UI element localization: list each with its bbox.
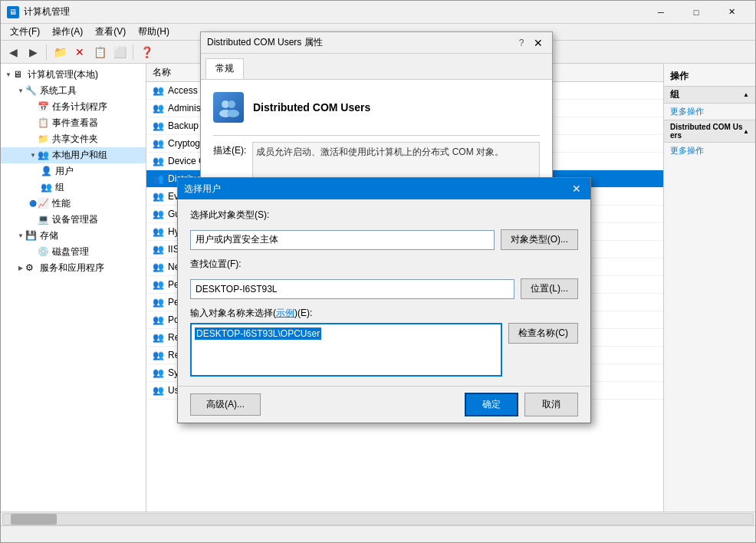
toolbar-copy[interactable]: 📋 xyxy=(90,43,109,61)
app-icon: 🖥 xyxy=(7,6,19,18)
menu-file[interactable]: 文件(F) xyxy=(4,24,46,40)
properties-title-controls: ? ✕ xyxy=(514,35,546,51)
select-user-title-bar: 选择用户 ✕ xyxy=(178,178,590,199)
close-button[interactable]: ✕ xyxy=(714,1,749,24)
location-row: 查找位置(F): xyxy=(190,258,578,271)
properties-tabs: 常规 xyxy=(201,54,552,80)
toolbar-forward[interactable]: ▶ xyxy=(24,43,42,61)
menu-help[interactable]: 帮助(H) xyxy=(132,24,176,40)
object-type-field[interactable] xyxy=(190,230,495,250)
toolbar-help[interactable]: ❓ xyxy=(137,43,156,61)
expand-devmgr[interactable] xyxy=(28,216,38,225)
select-user-close-btn[interactable]: ✕ xyxy=(569,181,584,196)
desc-value: 成员允许启动、激活和使用此计算机上的分布式 COM 对象。 xyxy=(252,142,540,180)
right-section-dist-label: Distributed COM Users xyxy=(670,123,743,140)
location-field[interactable] xyxy=(190,279,514,299)
tree-item-tasks[interactable]: 📅 任务计划程序 xyxy=(1,99,146,115)
expand-tasks[interactable] xyxy=(28,103,38,112)
tree-label-tasks: 任务计划程序 xyxy=(52,100,107,114)
maximize-button[interactable]: □ xyxy=(679,1,714,24)
right-action-more1[interactable]: 更多操作 xyxy=(664,104,755,120)
expand-services[interactable] xyxy=(16,264,25,273)
tree-icon-performance: 📈 xyxy=(38,198,50,210)
desc-label: 描述(E): xyxy=(213,142,246,157)
expand-systools[interactable] xyxy=(16,87,25,96)
row-icon: 👥 xyxy=(150,137,165,150)
select-user-content: 选择此对象类型(S): 对象类型(O)... 查找位置(F): 位置(L)...… xyxy=(178,199,590,386)
expand-perf[interactable]: 🔵 xyxy=(28,199,38,209)
expand-events[interactable] xyxy=(28,119,38,128)
row-icon: 👥 xyxy=(150,295,165,309)
expand-shared[interactable] xyxy=(28,135,38,144)
enter-input-row: DESKTOP-I6ST93L\OPCUser 检查名称(C) xyxy=(190,323,578,377)
properties-title-bar: Distributed COM Users 属性 ? ✕ xyxy=(201,32,552,54)
advanced-btn[interactable]: 高级(A)... xyxy=(190,393,261,416)
horizontal-scrollbar[interactable] xyxy=(1,512,755,525)
scroll-thumb-h[interactable] xyxy=(11,514,57,525)
row-name: Adminis xyxy=(165,101,204,115)
minimize-button[interactable]: ─ xyxy=(643,1,679,24)
svg-point-1 xyxy=(228,100,235,108)
expand-storage[interactable] xyxy=(16,232,25,241)
footer-right-btns: 确定 取消 xyxy=(465,393,578,416)
row-icon: 👥 xyxy=(150,331,165,344)
row-icon: 👥 xyxy=(150,225,165,239)
tree-item-users[interactable]: 👤 用户 xyxy=(1,163,146,179)
tree-label-shared: 共享文件夹 xyxy=(52,133,98,146)
confirm-btn[interactable]: 确定 xyxy=(465,393,518,416)
enter-input-value: DESKTOP-I6ST93L\OPCUser xyxy=(195,327,321,340)
tree-item-storage[interactable]: 💾 存储 xyxy=(1,228,146,244)
su-cancel-btn[interactable]: 取消 xyxy=(524,393,578,416)
example-link[interactable]: 示例 xyxy=(276,308,294,318)
tree-label-diskmgmt: 磁盘管理 xyxy=(52,245,89,258)
expand-localusers[interactable] xyxy=(28,151,38,160)
title-bar-left: 🖥 计算机管理 xyxy=(7,5,70,18)
tree-item-localusers[interactable]: 👥 本地用户和组 xyxy=(1,147,146,163)
row-icon: 👥 xyxy=(150,84,165,97)
expand-diskmgmt[interactable] xyxy=(28,248,38,257)
row-icon: 👥 xyxy=(150,154,165,168)
tab-general[interactable]: 常规 xyxy=(205,58,244,79)
tree-item-devmgr[interactable]: 💻 设备管理器 xyxy=(1,212,146,228)
tree-icon-shared: 📁 xyxy=(38,133,50,146)
enter-label: 输入对象名称来选择(示例)(E): xyxy=(190,307,312,320)
expand-root[interactable] xyxy=(4,71,13,80)
properties-help-btn[interactable]: ? xyxy=(514,35,529,51)
tree-item-systools[interactable]: 🔧 系统工具 xyxy=(1,83,146,99)
tree-item-events[interactable]: 📋 事件查看器 xyxy=(1,115,146,131)
row-icon: 👥 xyxy=(150,207,165,221)
right-section-dist-arrow-icon: ▲ xyxy=(743,128,749,135)
tree-label-devmgr: 设备管理器 xyxy=(52,213,98,226)
object-type-btn[interactable]: 对象类型(O)... xyxy=(501,229,578,250)
properties-close-btn[interactable]: ✕ xyxy=(531,35,546,51)
tree-label-localusers: 本地用户和组 xyxy=(52,149,107,162)
toolbar-folder[interactable]: 📁 xyxy=(51,43,69,61)
left-panel[interactable]: 🖥 计算机管理(本地) 🔧 系统工具 📅 任务计划程序 📋 xyxy=(1,64,146,512)
row-icon: 👥 xyxy=(150,172,165,186)
tree-label-services: 服务和应用程序 xyxy=(40,262,104,275)
check-name-btn[interactable]: 检查名称(C) xyxy=(508,323,578,344)
enter-input-area[interactable]: DESKTOP-I6ST93L\OPCUser xyxy=(190,323,502,377)
right-action-more2[interactable]: 更多操作 xyxy=(664,143,755,159)
tree-item-services[interactable]: ⚙ 服务和应用程序 xyxy=(1,260,146,276)
tree-item-shared[interactable]: 📁 共享文件夹 xyxy=(1,131,146,147)
tree-item-diskmgmt[interactable]: 💿 磁盘管理 xyxy=(1,244,146,260)
toolbar-back[interactable]: ◀ xyxy=(4,43,22,61)
tree-icon-systools: 🔧 xyxy=(25,85,38,97)
tree-item-groups[interactable]: 👥 组 xyxy=(1,179,146,196)
toolbar-properties[interactable]: ⬜ xyxy=(110,43,129,61)
menu-action[interactable]: 操作(A) xyxy=(46,24,89,40)
tree-icon-storage: 💾 xyxy=(25,230,38,242)
location-btn[interactable]: 位置(L)... xyxy=(521,278,578,299)
tree-item-performance[interactable]: 🔵 📈 性能 xyxy=(1,196,146,212)
title-bar: 🖥 计算机管理 ─ □ ✕ xyxy=(1,1,755,24)
tree-label-users: 用户 xyxy=(55,165,74,178)
menu-view[interactable]: 查看(V) xyxy=(89,24,132,40)
tree-label-events: 事件查看器 xyxy=(52,117,98,130)
select-user-title: 选择用户 xyxy=(184,183,221,196)
toolbar-delete[interactable]: ✕ xyxy=(71,43,89,61)
right-panel: 操作 组 ▲ 更多操作 Distributed COM Users ▲ 更多操作 xyxy=(663,64,755,512)
tree-item-root[interactable]: 🖥 计算机管理(本地) xyxy=(1,67,146,83)
tree-icon-root: 🖥 xyxy=(13,69,25,81)
location-label: 查找位置(F): xyxy=(190,258,297,271)
